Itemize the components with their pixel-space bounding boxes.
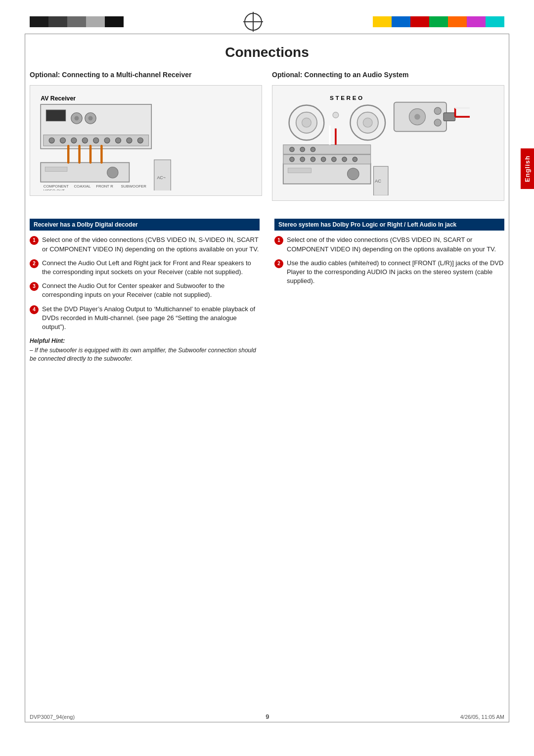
page-title: Connections (30, 45, 504, 60)
left-step-1-text: Select one of the video connections (CVB… (42, 236, 260, 253)
right-step-number-1: 1 (274, 236, 283, 245)
svg-text:FRONT R: FRONT R (96, 184, 113, 189)
doc-code: DVP3007_94(eng) (30, 714, 75, 720)
hint-title: Helpful Hint: (30, 337, 260, 344)
helpful-hint: Helpful Hint: – If the subwoofer is equi… (30, 337, 260, 363)
left-step-4-text: Set the DVD Player’s Analog Output to ‘M… (42, 305, 260, 332)
color-bar-4 (86, 16, 105, 27)
right-step-1-text: Select one of the video connections (CVB… (287, 236, 504, 253)
left-instruction-list: 1 Select one of the video connections (C… (30, 236, 260, 331)
step-number-4: 4 (30, 305, 39, 314)
svg-point-62 (311, 147, 315, 152)
instructions-section: Receiver has a Dolby Digital decoder 1 S… (30, 219, 504, 363)
svg-point-60 (290, 147, 294, 152)
right-step-number-2: 2 (274, 259, 283, 268)
svg-rect-44 (444, 113, 455, 121)
left-instructions: Receiver has a Dolby Digital decoder 1 S… (30, 219, 260, 363)
right-step-1: 1 Select one of the video connections (C… (274, 236, 504, 253)
svg-point-6 (89, 116, 93, 121)
step-number-1: 1 (30, 236, 39, 245)
svg-text:AC: AC (375, 178, 381, 184)
svg-point-16 (137, 138, 143, 143)
svg-point-50 (347, 168, 359, 180)
right-step-2: 2 Use the audio cables (white/red) to co… (274, 259, 504, 286)
left-step-1: 1 Select one of the video connections (C… (30, 236, 260, 253)
color-bar-2 (48, 16, 67, 27)
left-step-2: 2 Connect the Audio Out Left and Right j… (30, 259, 260, 277)
color-bar-5 (105, 16, 124, 27)
center-crosshair (241, 9, 266, 34)
left-section-title: Optional: Connecting to a Multi-channel … (30, 70, 262, 79)
svg-point-57 (342, 157, 347, 162)
color-bar-o (448, 16, 467, 27)
right-color-bars (373, 16, 504, 27)
svg-rect-18 (45, 167, 67, 172)
svg-text:AC~: AC~ (157, 175, 166, 180)
av-receiver-diagram: AV Receiver (30, 85, 262, 196)
color-bar-3 (67, 16, 86, 27)
color-bar-c (486, 16, 504, 27)
svg-rect-59 (283, 145, 371, 154)
svg-point-4 (75, 116, 79, 121)
diagram-section: Optional: Connecting to a Multi-channel … (30, 70, 504, 209)
svg-point-15 (127, 138, 132, 143)
page-number: 9 (266, 713, 269, 720)
svg-rect-49 (288, 168, 311, 173)
color-bar-1 (30, 16, 48, 27)
svg-point-38 (333, 112, 339, 118)
svg-point-52 (290, 157, 294, 162)
left-step-3: 3 Connect the Audio Out for Center speak… (30, 282, 260, 299)
right-instructions-header: Stereo system has Dolby Pro Logic or Rig… (274, 219, 504, 231)
svg-point-58 (353, 157, 357, 162)
svg-text:AV Receiver: AV Receiver (41, 95, 76, 102)
left-instructions-header: Receiver has a Dolby Digital decoder (30, 219, 260, 231)
left-color-bars (30, 16, 124, 27)
left-step-3-text: Connect the Audio Out for Center speaker… (42, 282, 260, 299)
svg-point-12 (93, 138, 99, 143)
left-step-2-text: Connect the Audio Out Left and Right jac… (42, 259, 260, 277)
color-bar-y (373, 16, 392, 27)
svg-point-13 (104, 138, 110, 143)
svg-point-61 (300, 147, 305, 152)
right-diagram-col: Optional: Connecting to an Audio System … (272, 70, 504, 209)
color-bar-g (429, 16, 448, 27)
stereo-diagram: STEREO (272, 85, 504, 201)
svg-text:VIDEO OUT: VIDEO OUT (44, 189, 65, 190)
svg-point-43 (434, 119, 441, 126)
svg-point-8 (49, 138, 54, 143)
svg-point-41 (414, 114, 420, 120)
svg-point-11 (82, 138, 88, 143)
svg-point-37 (363, 118, 372, 128)
svg-point-55 (321, 157, 325, 162)
right-instructions: Stereo system has Dolby Pro Logic or Rig… (274, 219, 504, 363)
border-left (25, 34, 25, 722)
color-bar-r (410, 16, 429, 27)
color-bar-b (392, 16, 410, 27)
svg-point-56 (332, 157, 336, 162)
language-tab: English (521, 148, 534, 189)
svg-point-53 (300, 157, 305, 162)
svg-point-34 (302, 118, 312, 128)
bottom-metadata: DVP3007_94(eng) 9 4/26/05, 11:05 AM (30, 713, 504, 720)
date-time: 4/26/05, 11:05 AM (460, 714, 504, 720)
left-diagram-col: Optional: Connecting to a Multi-channel … (30, 70, 262, 209)
main-content: Connections Optional: Connecting to a Mu… (30, 40, 504, 716)
svg-point-19 (107, 167, 118, 178)
step-number-3: 3 (30, 282, 39, 291)
right-step-2-text: Use the audio cables (white/red) to conn… (287, 259, 504, 286)
svg-point-14 (115, 138, 121, 143)
right-section-title: Optional: Connecting to an Audio System (272, 70, 504, 79)
svg-point-42 (434, 107, 441, 114)
svg-text:COMPONENT: COMPONENT (44, 184, 69, 189)
step-number-2: 2 (30, 259, 39, 268)
border-bottom (25, 722, 509, 722)
left-step-4: 4 Set the DVD Player’s Analog Output to … (30, 305, 260, 332)
hint-body: – If the subwoofer is equipped with its … (30, 346, 260, 363)
svg-point-54 (311, 157, 315, 162)
svg-rect-2 (46, 110, 65, 121)
svg-text:SUBWOOFER: SUBWOOFER (121, 184, 147, 189)
border-right (509, 34, 509, 722)
svg-text:COAXIAL: COAXIAL (74, 184, 91, 189)
svg-point-9 (60, 138, 65, 143)
top-color-bars (0, 15, 534, 29)
